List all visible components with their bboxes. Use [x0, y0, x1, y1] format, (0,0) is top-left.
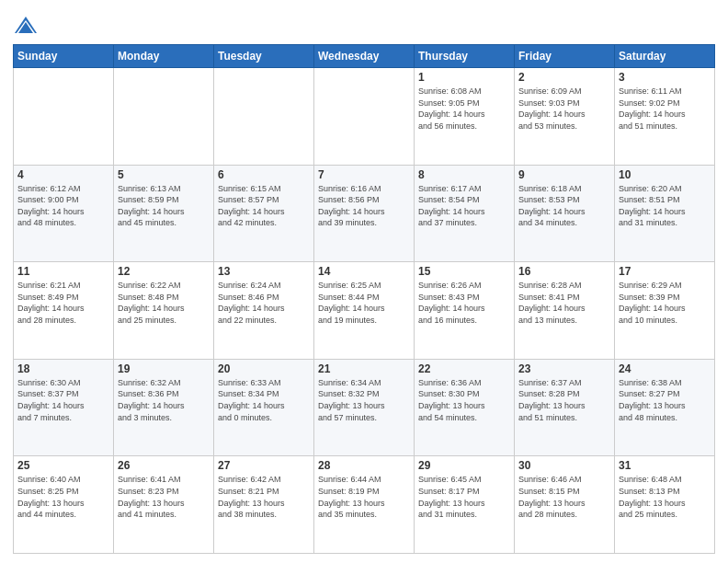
day-info: Sunrise: 6:48 AM Sunset: 8:13 PM Dayligh…: [619, 474, 711, 520]
day-info: Sunrise: 6:15 AM Sunset: 8:57 PM Dayligh…: [218, 183, 310, 229]
day-info: Sunrise: 6:45 AM Sunset: 8:17 PM Dayligh…: [418, 474, 510, 520]
day-number: 4: [17, 168, 109, 181]
day-number: 8: [418, 168, 510, 181]
day-number: 3: [619, 71, 711, 84]
day-number: 14: [318, 265, 410, 278]
day-info: Sunrise: 6:11 AM Sunset: 9:02 PM Dayligh…: [619, 86, 711, 132]
day-cell: 3Sunrise: 6:11 AM Sunset: 9:02 PM Daylig…: [615, 68, 715, 166]
day-cell: 18Sunrise: 6:30 AM Sunset: 8:37 PM Dayli…: [14, 359, 114, 456]
day-cell: 11Sunrise: 6:21 AM Sunset: 8:49 PM Dayli…: [14, 262, 114, 360]
day-info: Sunrise: 6:37 AM Sunset: 8:28 PM Dayligh…: [518, 377, 610, 423]
day-cell: 4Sunrise: 6:12 AM Sunset: 9:00 PM Daylig…: [14, 165, 114, 262]
day-info: Sunrise: 6:09 AM Sunset: 9:03 PM Dayligh…: [518, 86, 610, 132]
day-info: Sunrise: 6:26 AM Sunset: 8:43 PM Dayligh…: [418, 280, 510, 326]
day-info: Sunrise: 6:22 AM Sunset: 8:48 PM Dayligh…: [118, 280, 210, 326]
day-info: Sunrise: 6:12 AM Sunset: 9:00 PM Dayligh…: [17, 183, 109, 229]
day-number: 24: [619, 362, 711, 375]
day-info: Sunrise: 6:34 AM Sunset: 8:32 PM Dayligh…: [318, 377, 410, 423]
day-info: Sunrise: 6:40 AM Sunset: 8:25 PM Dayligh…: [17, 474, 109, 520]
day-cell: 31Sunrise: 6:48 AM Sunset: 8:13 PM Dayli…: [615, 456, 715, 554]
day-cell: 6Sunrise: 6:15 AM Sunset: 8:57 PM Daylig…: [214, 165, 314, 262]
week-row-1: 1Sunrise: 6:08 AM Sunset: 9:05 PM Daylig…: [14, 68, 715, 166]
col-header-wednesday: Wednesday: [314, 45, 415, 68]
day-number: 1: [418, 71, 510, 84]
day-cell: 8Sunrise: 6:17 AM Sunset: 8:54 PM Daylig…: [415, 165, 515, 262]
day-info: Sunrise: 6:16 AM Sunset: 8:56 PM Dayligh…: [318, 183, 410, 229]
day-cell: 20Sunrise: 6:33 AM Sunset: 8:34 PM Dayli…: [214, 359, 314, 456]
week-row-3: 11Sunrise: 6:21 AM Sunset: 8:49 PM Dayli…: [14, 262, 715, 360]
day-cell: 2Sunrise: 6:09 AM Sunset: 9:03 PM Daylig…: [515, 68, 615, 166]
day-number: 25: [17, 459, 109, 472]
day-cell: 12Sunrise: 6:22 AM Sunset: 8:48 PM Dayli…: [114, 262, 214, 360]
day-info: Sunrise: 6:18 AM Sunset: 8:53 PM Dayligh…: [518, 183, 610, 229]
week-row-5: 25Sunrise: 6:40 AM Sunset: 8:25 PM Dayli…: [14, 456, 715, 554]
day-cell: 15Sunrise: 6:26 AM Sunset: 8:43 PM Dayli…: [415, 262, 515, 360]
day-info: Sunrise: 6:42 AM Sunset: 8:21 PM Dayligh…: [218, 474, 310, 520]
day-number: 31: [619, 459, 711, 472]
day-number: 5: [118, 168, 210, 181]
header-row: SundayMondayTuesdayWednesdayThursdayFrid…: [14, 45, 715, 68]
day-number: 30: [518, 459, 610, 472]
day-cell: [214, 68, 314, 166]
day-cell: 22Sunrise: 6:36 AM Sunset: 8:30 PM Dayli…: [415, 359, 515, 456]
day-number: 17: [619, 265, 711, 278]
day-info: Sunrise: 6:13 AM Sunset: 8:59 PM Dayligh…: [118, 183, 210, 229]
day-number: 12: [118, 265, 210, 278]
day-cell: 13Sunrise: 6:24 AM Sunset: 8:46 PM Dayli…: [214, 262, 314, 360]
day-cell: 7Sunrise: 6:16 AM Sunset: 8:56 PM Daylig…: [314, 165, 415, 262]
day-cell: 26Sunrise: 6:41 AM Sunset: 8:23 PM Dayli…: [114, 456, 214, 554]
day-cell: 28Sunrise: 6:44 AM Sunset: 8:19 PM Dayli…: [314, 456, 415, 554]
day-info: Sunrise: 6:24 AM Sunset: 8:46 PM Dayligh…: [218, 280, 310, 326]
col-header-saturday: Saturday: [615, 45, 715, 68]
day-cell: 19Sunrise: 6:32 AM Sunset: 8:36 PM Dayli…: [114, 359, 214, 456]
col-header-thursday: Thursday: [415, 45, 515, 68]
page: SundayMondayTuesdayWednesdayThursdayFrid…: [0, 0, 728, 563]
day-number: 27: [218, 459, 310, 472]
day-info: Sunrise: 6:46 AM Sunset: 8:15 PM Dayligh…: [518, 474, 610, 520]
calendar-table: SundayMondayTuesdayWednesdayThursdayFrid…: [13, 44, 715, 554]
day-cell: 27Sunrise: 6:42 AM Sunset: 8:21 PM Dayli…: [214, 456, 314, 554]
day-info: Sunrise: 6:08 AM Sunset: 9:05 PM Dayligh…: [418, 86, 510, 132]
day-cell: 24Sunrise: 6:38 AM Sunset: 8:27 PM Dayli…: [615, 359, 715, 456]
day-number: 15: [418, 265, 510, 278]
col-header-monday: Monday: [114, 45, 214, 68]
day-cell: 17Sunrise: 6:29 AM Sunset: 8:39 PM Dayli…: [615, 262, 715, 360]
day-info: Sunrise: 6:25 AM Sunset: 8:44 PM Dayligh…: [318, 280, 410, 326]
day-cell: 23Sunrise: 6:37 AM Sunset: 8:28 PM Dayli…: [515, 359, 615, 456]
day-info: Sunrise: 6:20 AM Sunset: 8:51 PM Dayligh…: [619, 183, 711, 229]
day-number: 13: [218, 265, 310, 278]
day-cell: 10Sunrise: 6:20 AM Sunset: 8:51 PM Dayli…: [615, 165, 715, 262]
day-number: 26: [118, 459, 210, 472]
day-info: Sunrise: 6:30 AM Sunset: 8:37 PM Dayligh…: [17, 377, 109, 423]
col-header-tuesday: Tuesday: [214, 45, 314, 68]
day-number: 23: [518, 362, 610, 375]
day-cell: 5Sunrise: 6:13 AM Sunset: 8:59 PM Daylig…: [114, 165, 214, 262]
day-cell: [114, 68, 214, 166]
day-number: 6: [218, 168, 310, 181]
day-cell: 9Sunrise: 6:18 AM Sunset: 8:53 PM Daylig…: [515, 165, 615, 262]
day-cell: 25Sunrise: 6:40 AM Sunset: 8:25 PM Dayli…: [14, 456, 114, 554]
day-number: 28: [318, 459, 410, 472]
day-info: Sunrise: 6:33 AM Sunset: 8:34 PM Dayligh…: [218, 377, 310, 423]
day-number: 10: [619, 168, 711, 181]
day-number: 9: [518, 168, 610, 181]
logo-icon: [13, 13, 39, 39]
day-number: 21: [318, 362, 410, 375]
day-cell: 14Sunrise: 6:25 AM Sunset: 8:44 PM Dayli…: [314, 262, 415, 360]
week-row-4: 18Sunrise: 6:30 AM Sunset: 8:37 PM Dayli…: [14, 359, 715, 456]
day-number: 22: [418, 362, 510, 375]
day-number: 11: [17, 265, 109, 278]
day-number: 20: [218, 362, 310, 375]
day-number: 18: [17, 362, 109, 375]
day-number: 16: [518, 265, 610, 278]
day-cell: [314, 68, 415, 166]
logo: [13, 13, 42, 39]
header: [13, 9, 715, 39]
day-cell: 1Sunrise: 6:08 AM Sunset: 9:05 PM Daylig…: [415, 68, 515, 166]
day-number: 29: [418, 459, 510, 472]
day-info: Sunrise: 6:21 AM Sunset: 8:49 PM Dayligh…: [17, 280, 109, 326]
col-header-friday: Friday: [515, 45, 615, 68]
col-header-sunday: Sunday: [14, 45, 114, 68]
day-cell: 30Sunrise: 6:46 AM Sunset: 8:15 PM Dayli…: [515, 456, 615, 554]
day-info: Sunrise: 6:36 AM Sunset: 8:30 PM Dayligh…: [418, 377, 510, 423]
